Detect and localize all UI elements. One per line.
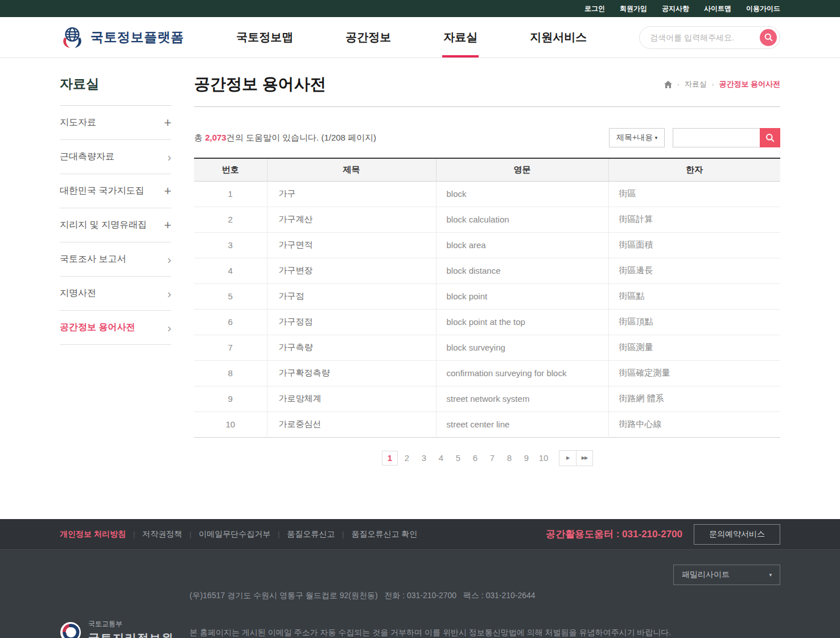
sidebar-item[interactable]: 지도자료+ bbox=[60, 106, 171, 140]
search-category-select[interactable]: 제목+내용 ▼ bbox=[609, 128, 665, 147]
next-page-button[interactable]: ▶ bbox=[559, 451, 576, 466]
nav-item[interactable]: 자료실 bbox=[443, 17, 477, 57]
pagination-arrows: ▶ ▶▶ bbox=[559, 450, 593, 466]
sidebar-item[interactable]: 국토조사 보고서› bbox=[60, 242, 171, 277]
result-summary: 총 2,073건의 도움말이 있습니다. (1/208 페이지) bbox=[194, 133, 376, 143]
nav-item[interactable]: 국토정보맵 bbox=[236, 17, 293, 57]
table-row[interactable]: 10가로중심선street center line街路中心線 bbox=[194, 411, 780, 437]
sidebar-item[interactable]: 공간정보 용어사전› bbox=[60, 311, 171, 345]
utility-topbar: 로그인회원가입공지사항사이트맵이용가이드 bbox=[0, 0, 840, 17]
glossary-search-button[interactable] bbox=[760, 128, 780, 147]
main-content: 공간정보 용어사전 › 자료실 › 공간정보 용어사전 총 2,073건의 도움… bbox=[194, 58, 780, 466]
cell-hanja: 街路網 體系 bbox=[608, 386, 780, 411]
cell-title: 가구점 bbox=[267, 283, 436, 309]
cell-title: 가구계산 bbox=[267, 207, 436, 232]
cell-english: street network system bbox=[436, 386, 608, 411]
cell-number: 8 bbox=[194, 360, 267, 386]
last-page-button[interactable]: ▶▶ bbox=[576, 451, 592, 466]
topbar-link[interactable]: 회원가입 bbox=[620, 4, 647, 14]
cell-english: street center line bbox=[436, 411, 608, 437]
sidebar: 자료실 지도자료+근대측량자료›대한민국 국가지도집+지리지 및 지명유래집+국… bbox=[60, 58, 171, 345]
nav-item[interactable]: 지원서비스 bbox=[530, 17, 587, 57]
cell-hanja: 街區確定測量 bbox=[608, 360, 780, 386]
separator: | bbox=[342, 530, 344, 538]
table-row[interactable]: 8가구확정측량confirmation surveying for block街… bbox=[194, 360, 780, 386]
breadcrumb-item[interactable]: 자료실 bbox=[685, 79, 707, 89]
plus-icon: + bbox=[164, 218, 171, 233]
home-icon[interactable] bbox=[664, 81, 672, 88]
site-header: 국토정보플랫폼 국토정보맵공간정보자료실지원서비스 bbox=[0, 17, 840, 58]
page-title: 공간정보 용어사전 bbox=[194, 73, 326, 95]
sidebar-title: 자료실 bbox=[60, 58, 171, 106]
header-search-button[interactable] bbox=[760, 29, 777, 46]
government-emblem-icon bbox=[60, 621, 81, 638]
page-number[interactable]: 9 bbox=[518, 451, 534, 466]
main-nav: 국토정보맵공간정보자료실지원서비스 bbox=[184, 17, 640, 57]
topbar-link[interactable]: 사이트맵 bbox=[704, 4, 731, 14]
page-number[interactable]: 2 bbox=[399, 451, 415, 466]
page-number[interactable]: 4 bbox=[433, 451, 449, 466]
cell-number: 2 bbox=[194, 207, 267, 232]
glossary-search-input[interactable] bbox=[673, 128, 760, 147]
cell-title: 가구확정측량 bbox=[267, 360, 436, 386]
site-logo[interactable]: 국토정보플랫폼 bbox=[60, 26, 184, 49]
nav-item[interactable]: 공간정보 bbox=[345, 17, 391, 57]
page-number[interactable]: 5 bbox=[450, 451, 466, 466]
table-row[interactable]: 6가구정점block point at the top街區頂點 bbox=[194, 309, 780, 335]
footer-link[interactable]: 저작권정책 bbox=[142, 529, 182, 540]
table-row[interactable]: 3가구면적block area街區面積 bbox=[194, 232, 780, 258]
breadcrumb-current: 공간정보 용어사전 bbox=[719, 79, 780, 89]
page-number[interactable]: 6 bbox=[467, 451, 483, 466]
title-divider bbox=[194, 106, 780, 107]
topbar-link[interactable]: 공지사항 bbox=[662, 4, 689, 14]
table-row[interactable]: 2가구계산block calculation街區計算 bbox=[194, 207, 780, 232]
family-site-select[interactable]: 패밀리사이트 ▼ bbox=[673, 565, 780, 585]
sidebar-item[interactable]: 대한민국 국가지도집+ bbox=[60, 174, 171, 208]
sidebar-item[interactable]: 근대측량자료› bbox=[60, 140, 171, 174]
page-number[interactable]: 3 bbox=[416, 451, 432, 466]
last-page-icon: ▶▶ bbox=[582, 455, 587, 460]
footer-link[interactable]: 개인정보 처리방침 bbox=[60, 529, 126, 540]
footer-link[interactable]: 품질오류신고 bbox=[287, 529, 335, 540]
search-icon bbox=[764, 33, 773, 42]
topbar-link[interactable]: 이용가이드 bbox=[746, 4, 780, 14]
cell-title: 가구변장 bbox=[267, 258, 436, 283]
cell-number: 6 bbox=[194, 309, 267, 335]
header-search-input[interactable] bbox=[650, 33, 750, 42]
breadcrumb: › 자료실 › 공간정보 용어사전 bbox=[664, 79, 780, 89]
sidebar-item[interactable]: 지리지 및 지명유래집+ bbox=[60, 208, 171, 242]
cell-english: block calculation bbox=[436, 207, 608, 232]
footer-link[interactable]: 이메일무단수집거부 bbox=[199, 529, 270, 540]
cell-hanja: 街路中心線 bbox=[608, 411, 780, 437]
table-row[interactable]: 4가구변장block distance街區邊長 bbox=[194, 258, 780, 283]
cell-number: 5 bbox=[194, 283, 267, 309]
chevron-icon: › bbox=[167, 253, 171, 265]
chevron-down-icon: ▼ bbox=[654, 135, 658, 141]
topbar-link[interactable]: 로그인 bbox=[584, 4, 605, 14]
footer-address: (우)16517 경기도 수원시 영통구 월드컵로 92(원천동) 전화 : 0… bbox=[190, 590, 671, 602]
footer-link[interactable]: 품질오류신고 확인 bbox=[351, 529, 417, 540]
inquiry-reservation-button[interactable]: 문의예약서비스 bbox=[694, 524, 780, 545]
topbar-links: 로그인회원가입공지사항사이트맵이용가이드 bbox=[570, 4, 780, 14]
sidebar-item-label: 대한민국 국가지도집 bbox=[60, 185, 144, 197]
sidebar-item[interactable]: 지명사전› bbox=[60, 277, 171, 311]
page-number[interactable]: 10 bbox=[536, 451, 551, 466]
page-number[interactable]: 7 bbox=[484, 451, 500, 466]
result-count: 2,073 bbox=[205, 133, 227, 142]
page-number[interactable]: 8 bbox=[501, 451, 517, 466]
chevron-icon: › bbox=[167, 287, 171, 299]
cell-number: 10 bbox=[194, 411, 267, 437]
page-number[interactable]: 1 bbox=[382, 451, 398, 466]
cell-hanja: 街區計算 bbox=[608, 207, 780, 232]
family-site-label: 패밀리사이트 bbox=[682, 570, 730, 580]
separator: | bbox=[133, 530, 135, 538]
column-header: 영문 bbox=[436, 158, 608, 181]
table-row[interactable]: 5가구점block point街區點 bbox=[194, 283, 780, 309]
table-row[interactable]: 9가로망체계street network system街路網 體系 bbox=[194, 386, 780, 411]
table-row[interactable]: 1가구block街區 bbox=[194, 181, 780, 207]
pagination: 12345678910 ▶ ▶▶ bbox=[194, 450, 780, 466]
cell-number: 7 bbox=[194, 335, 267, 360]
breadcrumb-sep-icon: › bbox=[677, 81, 680, 88]
table-row[interactable]: 7가구측량block surveying街區測量 bbox=[194, 335, 780, 360]
cell-number: 3 bbox=[194, 232, 267, 258]
